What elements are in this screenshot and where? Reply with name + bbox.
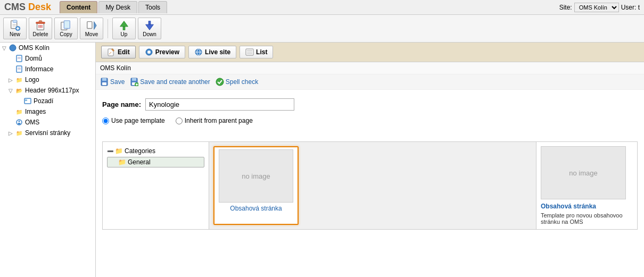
delete-button[interactable]: Delete xyxy=(29,18,52,39)
sidebar-item-servisni[interactable]: ▷ 📁 Servisní stránky xyxy=(0,128,95,138)
breadcrumb: OMS Kolín xyxy=(96,62,644,74)
logo: CMS Desk xyxy=(4,2,51,13)
save-link[interactable]: Save xyxy=(100,78,125,86)
list-button[interactable]: List xyxy=(240,46,273,58)
copy-button[interactable]: Copy xyxy=(54,18,78,39)
informace-icon xyxy=(15,65,23,73)
tab-content[interactable]: Content xyxy=(60,1,97,13)
sidebar-item-header[interactable]: ▽ 📂 Header 996x117px xyxy=(0,85,95,96)
spell-check-link[interactable]: Spell check xyxy=(216,78,258,86)
preview-button[interactable]: Preview xyxy=(139,46,185,58)
svg-rect-14 xyxy=(64,21,70,29)
content-area: Edit Preview Live site xyxy=(96,43,644,277)
up-button[interactable]: Up xyxy=(112,18,136,39)
page-name-label: Page name: xyxy=(102,100,141,108)
logo-desk: Desk xyxy=(28,2,51,12)
oms-icon xyxy=(15,118,23,127)
spell-check-label: Spell check xyxy=(226,78,258,86)
new-button[interactable]: New xyxy=(3,18,27,39)
list-label: List xyxy=(256,48,267,56)
info-noimage: no image xyxy=(569,169,597,177)
template-radio-row: Use page template Inherit from parent pa… xyxy=(102,117,638,124)
edit-button[interactable]: Edit xyxy=(101,46,136,58)
servisni-expander[interactable]: ▷ xyxy=(9,130,15,136)
move-button[interactable]: Move xyxy=(80,18,103,39)
pozadi-expander xyxy=(17,98,23,104)
template-card-0[interactable]: no image Obsahová stránka xyxy=(213,146,299,225)
informace-label: Informace xyxy=(25,65,53,73)
cat-minus-icon: ➖ xyxy=(107,148,113,154)
sidebar-collapse-button[interactable]: ◀ xyxy=(95,152,96,168)
svg-rect-18 xyxy=(123,27,125,30)
sidebar-item-oms[interactable]: OMS xyxy=(0,117,95,128)
svg-marker-17 xyxy=(120,21,128,27)
inherit-radio[interactable] xyxy=(176,117,183,124)
tab-tools[interactable]: Tools xyxy=(138,1,167,13)
preview-icon xyxy=(145,48,153,56)
domu-icon xyxy=(15,54,23,63)
logo-expander[interactable]: ▷ xyxy=(9,77,15,83)
informace-expander xyxy=(9,66,15,72)
general-label: General xyxy=(128,158,151,166)
save-icon xyxy=(100,78,109,86)
oms-expander xyxy=(9,120,15,125)
livesite-button[interactable]: Live site xyxy=(188,46,236,58)
svg-marker-16 xyxy=(94,22,97,30)
pozadi-icon xyxy=(23,97,32,105)
sidebar-item-informace[interactable]: Informace xyxy=(0,64,95,74)
use-template-label: Use page template xyxy=(111,117,165,124)
inherit-option[interactable]: Inherit from parent page xyxy=(176,117,253,124)
edit-toolbar: Edit Preview Live site xyxy=(96,43,644,62)
site-info: Site: OMS Kolín User: t xyxy=(559,3,640,12)
page-name-input[interactable] xyxy=(145,98,294,111)
up-label: Up xyxy=(121,31,128,37)
delete-icon xyxy=(35,20,46,31)
svg-rect-15 xyxy=(87,22,92,29)
sidebar-item-images[interactable]: 📁 Images xyxy=(0,106,95,117)
root-expander[interactable]: ▽ xyxy=(2,45,9,51)
site-select[interactable]: OMS Kolín xyxy=(574,3,619,12)
main-toolbar: New Delete Copy Move xyxy=(0,15,644,43)
root-label: OMS Kolín xyxy=(19,44,49,52)
livesite-icon xyxy=(194,48,203,56)
info-description: Template pro novou obsahovoo stránku na … xyxy=(541,212,633,225)
svg-point-53 xyxy=(216,78,224,86)
sidebar-item-domu[interactable]: Domů xyxy=(0,53,95,64)
down-label: Down xyxy=(143,31,156,37)
edit-label: Edit xyxy=(118,48,130,56)
preview-label: Preview xyxy=(155,48,179,56)
use-template-option[interactable]: Use page template xyxy=(102,117,165,124)
header-icon: 📂 xyxy=(15,86,23,95)
action-bar: Save Save and create another Spe xyxy=(96,74,644,90)
topbar: CMS Desk Content My Desk Tools Site: OMS… xyxy=(0,0,644,15)
svg-point-36 xyxy=(147,51,151,54)
delete-label: Delete xyxy=(33,31,48,37)
general-item[interactable]: 📁 General xyxy=(107,157,204,167)
tab-mydesk[interactable]: My Desk xyxy=(98,1,137,13)
svg-rect-32 xyxy=(18,123,21,124)
images-icon: 📁 xyxy=(15,107,23,116)
categories-item[interactable]: ➖ 📁 Categories xyxy=(107,146,204,156)
page-name-row: Page name: xyxy=(102,98,638,111)
sidebar-item-pozadi[interactable]: Pozadí xyxy=(0,96,95,106)
use-template-radio[interactable] xyxy=(102,117,109,124)
save-and-create-link[interactable]: Save and create another xyxy=(130,78,210,86)
svg-rect-48 xyxy=(132,78,136,81)
pozadi-label: Pozadí xyxy=(34,97,53,105)
svg-rect-46 xyxy=(102,82,106,85)
tree-root[interactable]: ▽ OMS Kolín xyxy=(0,43,95,53)
header-expander[interactable]: ▽ xyxy=(9,88,15,94)
spell-check-icon xyxy=(216,78,224,86)
livesite-label: Live site xyxy=(205,48,230,56)
info-title: Obsahová stránka xyxy=(541,203,633,210)
save-and-create-label: Save and create another xyxy=(140,78,210,86)
sidebar: ▽ OMS Kolín Domů Informace ▷ 📁 Lo xyxy=(0,43,96,277)
up-icon xyxy=(118,20,130,31)
svg-point-21 xyxy=(10,45,16,51)
sidebar-item-logo[interactable]: ▷ 📁 Logo xyxy=(0,74,95,85)
save-label: Save xyxy=(110,78,125,86)
down-button[interactable]: Down xyxy=(138,18,161,39)
inherit-label: Inherit from parent page xyxy=(185,117,253,124)
toolbar-separator xyxy=(108,19,108,38)
general-folder-icon: 📁 xyxy=(118,158,126,166)
